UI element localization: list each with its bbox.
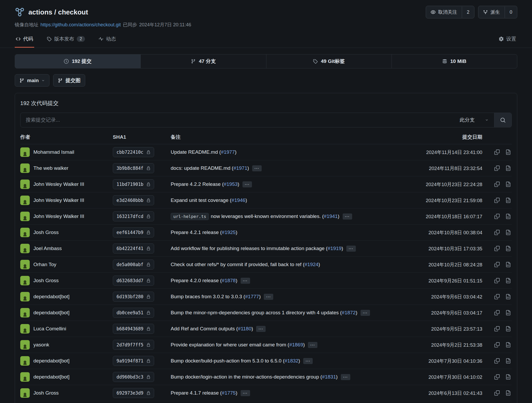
expand-commit-message-button[interactable]: ···: [241, 278, 250, 284]
copy-sha-button[interactable]: [494, 230, 500, 235]
expand-commit-message-button[interactable]: ···: [308, 342, 317, 348]
watchers-count[interactable]: 2: [462, 7, 474, 18]
pr-link[interactable]: #1869: [289, 342, 303, 348]
expand-commit-message-button[interactable]: ···: [343, 213, 352, 220]
browse-source-button[interactable]: [505, 230, 511, 235]
copy-sha-button[interactable]: [494, 342, 500, 347]
lock-icon: [146, 198, 150, 202]
copy-sha-button[interactable]: [494, 150, 500, 155]
browse-source-button[interactable]: [505, 166, 511, 171]
pr-link[interactable]: #1941: [324, 213, 338, 219]
branch-filter-dropdown[interactable]: 此分支: [454, 113, 494, 127]
commit-sha-link[interactable]: b684943689: [113, 324, 154, 334]
commit-sha-link[interactable]: d632683dd7: [113, 276, 154, 286]
commit-actions: [482, 374, 512, 380]
stat-tags[interactable]: 49 Git标签: [266, 54, 392, 68]
pr-link[interactable]: #1946: [231, 197, 245, 203]
copy-sha-button[interactable]: [494, 166, 500, 171]
expand-commit-message-button[interactable]: ···: [242, 181, 252, 187]
commit-sha-link[interactable]: 9a9194f871: [113, 356, 154, 366]
copy-icon: [494, 198, 500, 203]
copy-sha-button[interactable]: [494, 374, 500, 380]
mirror-url-link[interactable]: https://github.com/actions/checkout.git: [40, 22, 121, 28]
expand-commit-message-button[interactable]: ···: [341, 374, 350, 380]
commit-sha-link[interactable]: de5a000abf: [113, 260, 154, 270]
copy-sha-button[interactable]: [494, 246, 500, 251]
browse-source-button[interactable]: [505, 150, 511, 155]
browse-source-button[interactable]: [505, 310, 511, 315]
database-icon: [442, 59, 447, 64]
expand-commit-message-button[interactable]: ···: [241, 390, 250, 396]
commit-sha-link[interactable]: db0cee9a51: [113, 308, 154, 318]
stat-branches[interactable]: 47 分支: [140, 54, 266, 68]
expand-commit-message-button[interactable]: ···: [252, 165, 262, 171]
commit-graph-button[interactable]: 提交图: [53, 74, 85, 87]
commit-sha-link[interactable]: 6b42224f41: [113, 243, 154, 253]
expand-commit-message-button[interactable]: ···: [361, 310, 370, 316]
branch-selector[interactable]: main: [15, 74, 49, 87]
copy-sha-button[interactable]: [494, 182, 500, 187]
browse-source-button[interactable]: [505, 182, 511, 187]
copy-sha-button[interactable]: [494, 310, 500, 315]
tab-activity[interactable]: 动态: [98, 32, 117, 48]
stat-commits[interactable]: 192 提交: [15, 54, 140, 68]
pr-link[interactable]: #1924: [305, 262, 318, 267]
forks-count[interactable]: 0: [505, 7, 517, 18]
pr-link[interactable]: #1872: [342, 310, 356, 316]
pr-link[interactable]: #1180: [238, 326, 251, 332]
copy-sha-button[interactable]: [494, 214, 500, 219]
commit-sha-link[interactable]: dd960bd3c3: [113, 372, 154, 382]
copy-sha-button[interactable]: [494, 294, 500, 299]
commit-sha-link[interactable]: 6d193bf280: [113, 292, 154, 302]
expand-commit-message-button[interactable]: ···: [256, 326, 266, 332]
search-button[interactable]: [494, 113, 511, 127]
fork-button[interactable]: 派生 0: [478, 6, 517, 18]
message-text: ): [247, 165, 249, 171]
pr-link[interactable]: #1919: [328, 246, 342, 251]
browse-source-button[interactable]: [505, 278, 511, 283]
browse-source-button[interactable]: [505, 342, 511, 347]
commit-sha-link[interactable]: 11bd71901b: [113, 179, 154, 189]
pr-link[interactable]: #1831: [322, 374, 336, 380]
copy-sha-button[interactable]: [494, 278, 500, 283]
commit-sha-link[interactable]: e3d2460bbb: [113, 195, 154, 205]
lock-icon: [146, 343, 150, 347]
browse-source-button[interactable]: [505, 390, 511, 396]
pr-link[interactable]: #1925: [222, 230, 236, 235]
browse-source-button[interactable]: [505, 262, 511, 267]
pr-link[interactable]: #1775: [222, 390, 236, 396]
pr-link[interactable]: #1953: [224, 181, 238, 187]
commit-sha-link[interactable]: cbb722410c: [113, 147, 154, 157]
expand-commit-message-button[interactable]: ···: [264, 294, 273, 300]
tab-code[interactable]: 代码: [15, 32, 34, 48]
pr-link[interactable]: #1977: [221, 149, 235, 155]
commit-sha-link[interactable]: 692973e3d9: [113, 388, 154, 398]
browse-source-button[interactable]: [505, 358, 511, 364]
pr-link[interactable]: #1832: [285, 358, 298, 364]
tab-releases[interactable]: 版本发布 2: [46, 32, 86, 48]
unwatch-button[interactable]: 取消关注 2: [426, 6, 474, 18]
browse-source-button[interactable]: [505, 374, 511, 380]
tab-settings[interactable]: 设置: [498, 32, 517, 48]
commit-sha-link[interactable]: 163217dfcd: [113, 211, 154, 221]
browse-source-button[interactable]: [505, 326, 511, 331]
commit-search-input[interactable]: [21, 113, 454, 127]
browse-source-button[interactable]: [505, 294, 511, 299]
commit-sha-link[interactable]: eef61447b9: [113, 227, 154, 237]
copy-sha-button[interactable]: [494, 358, 500, 364]
browse-source-button[interactable]: [505, 214, 511, 219]
copy-sha-button[interactable]: [494, 198, 500, 203]
browse-source-button[interactable]: [505, 198, 511, 203]
expand-commit-message-button[interactable]: ···: [346, 246, 356, 252]
expand-commit-message-button[interactable]: ···: [303, 358, 313, 364]
table-row: Orhan Toy de5a000abf Check out other ref…: [20, 257, 512, 273]
copy-sha-button[interactable]: [494, 390, 500, 396]
copy-sha-button[interactable]: [494, 326, 500, 331]
browse-source-button[interactable]: [505, 246, 511, 251]
pr-link[interactable]: #1878: [222, 278, 236, 283]
copy-sha-button[interactable]: [494, 262, 500, 267]
commit-sha-link[interactable]: 2d7d9f7ff5: [113, 340, 154, 350]
pr-link[interactable]: #1777: [245, 294, 259, 300]
pr-link[interactable]: #1971: [234, 165, 247, 171]
commit-sha-link[interactable]: 3b9b8c884f: [113, 163, 154, 173]
